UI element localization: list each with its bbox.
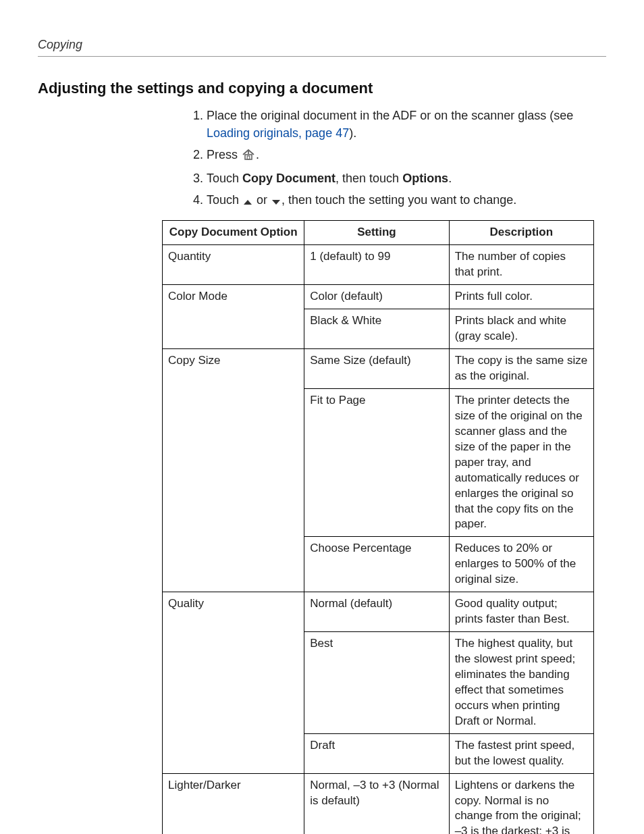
step-3: Touch Copy Document, then touch Options. — [207, 170, 606, 187]
cell-option: Copy Size — [163, 349, 304, 592]
cell-desc: Good quality output; prints faster than … — [449, 592, 593, 632]
step-2-text-b: . — [256, 148, 259, 161]
cell-option: Quantity — [163, 245, 304, 285]
down-arrow-icon — [271, 193, 281, 211]
cell-desc: The number of copies that print. — [449, 245, 593, 285]
cell-desc: Reduces to 20% or enlarges to 500% of th… — [449, 537, 593, 592]
step-1-link[interactable]: Loading originals, page 47 — [207, 126, 349, 140]
cell-desc: The highest quality, but the slowest pri… — [449, 632, 593, 734]
table-row: Copy Size Same Size (default) The copy i… — [163, 349, 594, 389]
home-icon — [241, 148, 256, 165]
cell-desc: Lightens or darkens the copy. Normal is … — [449, 773, 593, 834]
cell-desc: The printer detects the size of the orig… — [449, 388, 593, 536]
cell-setting: Black & White — [304, 309, 449, 349]
step-3-bold-1: Copy Document — [242, 172, 336, 185]
step-3-bold-2: Options — [402, 172, 448, 185]
cell-setting: Draft — [304, 733, 449, 773]
step-3-text-c: , then touch — [336, 172, 402, 185]
cell-setting: Same Size (default) — [304, 349, 449, 389]
running-header: Copying — [38, 38, 606, 57]
cell-setting: Choose Percentage — [304, 537, 449, 592]
step-3-text-e: . — [448, 172, 452, 185]
step-4-text-b: or — [253, 193, 271, 207]
cell-setting: Best — [304, 632, 449, 734]
cell-desc: The fastest print speed, but the lowest … — [449, 733, 593, 773]
col-header-description: Description — [449, 221, 593, 245]
cell-setting: Fit to Page — [304, 388, 449, 536]
table-row: Quantity 1 (default) to 99 The number of… — [163, 245, 594, 285]
cell-desc: The copy is the same size as the origina… — [449, 349, 593, 389]
step-4-text-c: , then touch the setting you want to cha… — [281, 193, 516, 207]
svg-rect-0 — [245, 155, 252, 159]
table-row: Lighter/Darker Normal, –3 to +3 (Normal … — [163, 773, 594, 834]
steps-list: Place the original document in the ADF o… — [193, 107, 606, 211]
table-row: Quality Normal (default) Good quality ou… — [163, 592, 594, 632]
table-row: Color Mode Color (default) Prints full c… — [163, 285, 594, 309]
cell-option: Color Mode — [163, 285, 304, 349]
cell-desc: Prints black and white (gray scale). — [449, 309, 593, 349]
page: Copying Adjusting the settings and copyi… — [0, 0, 644, 834]
cell-option: Quality — [163, 592, 304, 773]
cell-option: Lighter/Darker — [163, 773, 304, 834]
step-2-text-a: Press — [207, 148, 241, 161]
chapter-title: Copying — [38, 38, 82, 51]
up-arrow-icon — [242, 193, 253, 211]
step-1-text-a: Place the original document in the ADF o… — [207, 109, 573, 122]
cell-desc: Prints full color. — [449, 285, 593, 309]
section-heading: Adjusting the settings and copying a doc… — [38, 80, 606, 97]
col-header-option: Copy Document Option — [163, 221, 304, 245]
cell-setting: Normal, –3 to +3 (Normal is default) — [304, 773, 449, 834]
cell-setting: Color (default) — [304, 285, 449, 309]
step-4: Touch or , then touch the setting you wa… — [207, 191, 606, 211]
col-header-setting: Setting — [304, 221, 449, 245]
step-1-text-b: ). — [349, 126, 356, 140]
options-table: Copy Document Option Setting Description… — [162, 220, 594, 834]
cell-setting: Normal (default) — [304, 592, 449, 632]
step-3-text-a: Touch — [207, 172, 242, 185]
cell-setting: 1 (default) to 99 — [304, 245, 449, 285]
step-1: Place the original document in the ADF o… — [207, 107, 606, 142]
step-4-text-a: Touch — [207, 193, 242, 207]
table-header-row: Copy Document Option Setting Description — [163, 221, 594, 245]
step-2: Press . — [207, 146, 606, 165]
